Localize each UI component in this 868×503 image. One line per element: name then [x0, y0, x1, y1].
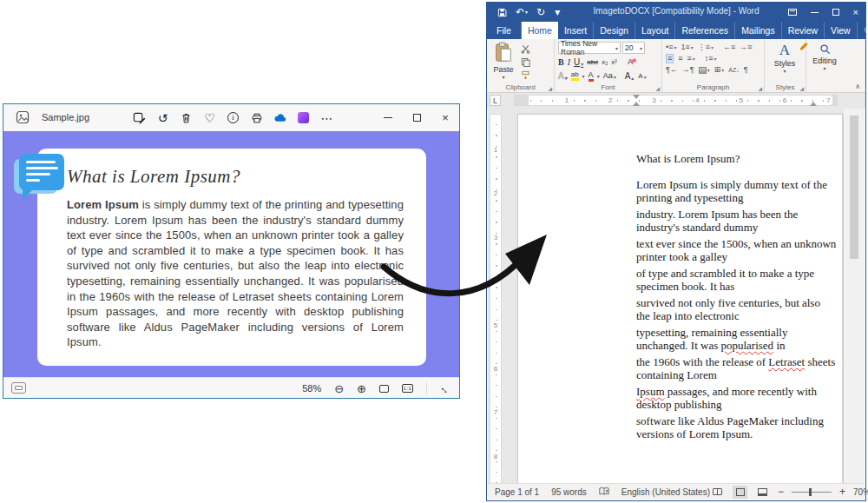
doc-paragraph[interactable]: Ipsum passages, and more recently with d…: [636, 385, 837, 411]
tab-design[interactable]: Design: [594, 22, 635, 39]
read-mode-icon[interactable]: [710, 486, 725, 499]
tab-tell-me[interactable]: Tell me...: [858, 22, 868, 39]
styles-button[interactable]: A Styles ▾: [768, 42, 801, 74]
rotate-icon[interactable]: ↺: [156, 111, 169, 125]
clear-formatting-button[interactable]: A: [628, 58, 633, 66]
ribbon-display-options-icon[interactable]: [788, 9, 797, 16]
maximize-icon[interactable]: [832, 9, 839, 16]
info-icon[interactable]: i: [227, 111, 240, 125]
doc-paragraph[interactable]: typesetting, remaining essentially uncha…: [636, 326, 837, 352]
word-count[interactable]: 95 words: [551, 487, 587, 497]
doc-paragraph[interactable]: survived not only five centuries, but al…: [636, 296, 837, 322]
ltr-direction-button[interactable]: ¶←: [666, 66, 678, 74]
zoom-out-button[interactable]: −: [778, 486, 784, 497]
italic-button[interactable]: I: [568, 58, 570, 67]
photos-filename-tab[interactable]: Sample.jpg: [42, 112, 89, 122]
print-layout-icon[interactable]: [733, 486, 747, 499]
minimize-icon[interactable]: [811, 12, 819, 13]
copy-icon[interactable]: [519, 56, 531, 67]
cut-icon[interactable]: [519, 43, 531, 54]
actual-size-icon[interactable]: 1:1: [402, 384, 413, 393]
change-case-button[interactable]: Aa▾: [603, 72, 616, 80]
word-zoom-level[interactable]: 70%: [853, 487, 868, 497]
hanging-indent-marker[interactable]: [633, 102, 640, 106]
superscript-button[interactable]: x²: [611, 59, 617, 66]
maximize-icon[interactable]: [411, 113, 422, 123]
doc-paragraph[interactable]: of type and scrambled it to make a type …: [636, 267, 837, 293]
edit-image-icon[interactable]: [133, 111, 146, 125]
collections-icon[interactable]: [297, 111, 310, 125]
print-icon[interactable]: [250, 111, 263, 125]
text-effects-button[interactable]: A▾: [558, 72, 568, 81]
font-dialog-launcher[interactable]: ◢: [655, 85, 660, 91]
tab-selector-button[interactable]: L: [490, 95, 501, 106]
tab-home[interactable]: Home: [522, 22, 558, 39]
tab-file[interactable]: File: [487, 22, 522, 39]
document-page[interactable]: What is Lorem Ipsum? Lorem Ipsum is simp…: [517, 114, 843, 484]
language-indicator[interactable]: English (United States): [621, 487, 710, 497]
shrink-font-button[interactable]: A▼: [638, 73, 647, 80]
font-name-combobox[interactable]: Times New Roman▾: [558, 42, 621, 54]
delete-icon[interactable]: [180, 111, 193, 125]
fullscreen-icon[interactable]: ↔: [440, 383, 450, 394]
close-icon[interactable]: ×: [440, 113, 450, 123]
align-right-button[interactable]: ≡▾: [687, 55, 695, 63]
line-spacing-button[interactable]: ↕≡▾: [705, 55, 717, 63]
vertical-scrollbar[interactable]: [844, 109, 865, 484]
tab-references[interactable]: References: [675, 22, 735, 39]
grow-font-button[interactable]: A▲: [625, 72, 635, 81]
bold-button[interactable]: B: [558, 58, 564, 67]
doc-paragraph[interactable]: Lorem Ipsum is simply dummy text of the …: [636, 178, 837, 204]
tab-layout[interactable]: Layout: [635, 22, 676, 39]
zoom-slider-thumb[interactable]: [809, 488, 812, 496]
document-text[interactable]: What is Lorem Ipsum? Lorem Ipsum is simp…: [636, 152, 837, 444]
paste-button[interactable]: Paste ▾: [490, 42, 516, 80]
subscript-button[interactable]: x₂: [602, 59, 608, 66]
rtl-direction-button[interactable]: →¶: [682, 66, 694, 74]
styles-dialog-launcher[interactable]: ◢: [799, 85, 804, 91]
font-color-button[interactable]: A: [589, 71, 594, 82]
right-indent-marker[interactable]: [810, 102, 817, 106]
minimize-icon[interactable]: [383, 113, 393, 123]
align-left-button[interactable]: ≡: [666, 54, 674, 63]
format-painter-icon[interactable]: [519, 69, 531, 80]
underline-button[interactable]: U▾: [574, 58, 583, 67]
doc-paragraph[interactable]: the 1960s with the release of Letraset s…: [636, 355, 837, 381]
paragraph-dialog-launcher[interactable]: ◢: [758, 85, 762, 91]
doc-paragraph[interactable]: industry. Lorem Ipsum has been the indus…: [636, 208, 837, 234]
proofing-icon[interactable]: [599, 486, 609, 498]
font-size-combobox[interactable]: 20▾: [622, 42, 645, 54]
tab-review[interactable]: Review: [782, 22, 825, 39]
first-line-indent-marker[interactable]: [633, 95, 640, 99]
align-center-button[interactable]: ≡: [678, 55, 682, 63]
doc-paragraph[interactable]: text ever since the 1500s, when an unkno…: [636, 237, 837, 263]
clipboard-dialog-launcher[interactable]: ◢: [548, 85, 552, 91]
sort-button[interactable]: AZ↓: [728, 67, 739, 73]
borders-button[interactable]: ⊞▾: [714, 66, 725, 74]
scrollbar-thumb[interactable]: [850, 116, 858, 259]
favorite-heart-icon[interactable]: ♡: [203, 111, 216, 125]
tab-insert[interactable]: Insert: [558, 22, 594, 39]
onedrive-cloud-icon[interactable]: [273, 111, 286, 125]
zoom-slider[interactable]: [792, 492, 832, 493]
tab-view[interactable]: View: [825, 22, 858, 39]
zoom-in-icon[interactable]: ⊕: [357, 383, 366, 394]
numbering-button[interactable]: 1≡▾: [681, 43, 693, 51]
text-highlight-button[interactable]: ab: [571, 71, 579, 81]
collapse-ribbon-icon[interactable]: ∧: [855, 83, 860, 90]
more-options-icon[interactable]: ⋯: [320, 111, 333, 125]
filmstrip-toggle-icon[interactable]: [11, 382, 26, 394]
strikethrough-button[interactable]: abc: [587, 59, 598, 66]
multilevel-list-button[interactable]: ⋮≡▾: [698, 43, 713, 51]
zoom-in-button[interactable]: +: [839, 486, 845, 497]
increase-indent-button[interactable]: →≡: [740, 43, 752, 51]
doc-paragraph[interactable]: software like Aldus PageMaker including …: [636, 414, 837, 440]
zoom-out-icon[interactable]: ⊖: [334, 383, 344, 394]
page-count[interactable]: Page 1 of 1: [495, 487, 539, 497]
show-formatting-button[interactable]: ¶: [744, 66, 748, 74]
editing-button[interactable]: Editing ▾: [810, 42, 839, 71]
tab-mailings[interactable]: Mailings: [735, 22, 782, 39]
decrease-indent-button[interactable]: ←≡: [723, 43, 735, 51]
fit-to-window-icon[interactable]: [379, 385, 389, 393]
web-layout-icon[interactable]: [755, 486, 770, 499]
